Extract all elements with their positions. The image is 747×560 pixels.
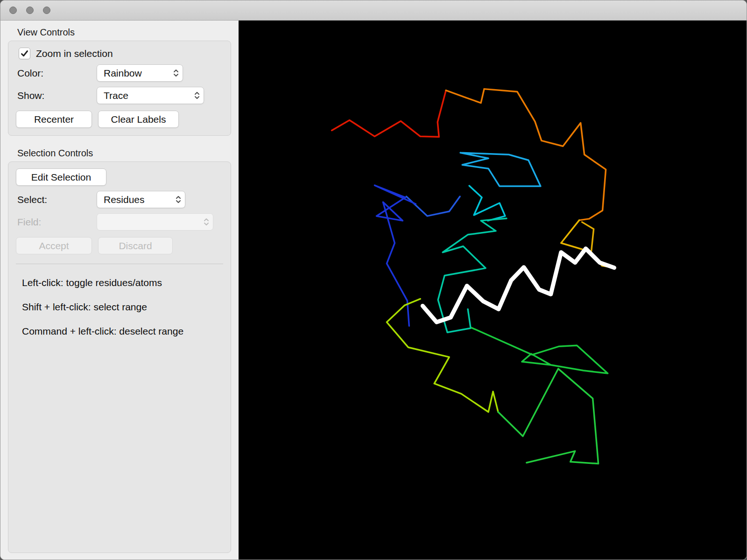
color-dropdown[interactable]: Rainbow xyxy=(97,64,183,82)
select-dropdown[interactable]: Residues xyxy=(97,191,185,208)
recenter-button[interactable]: Recenter xyxy=(16,111,92,128)
red-cterm-trace-segment[interactable] xyxy=(332,91,446,137)
molecule-viewport[interactable] xyxy=(239,21,747,560)
discard-button: Discard xyxy=(98,237,173,254)
show-dropdown[interactable]: Trace xyxy=(97,87,204,104)
show-dropdown-value: Trace xyxy=(104,90,128,101)
selected-residues-trace-segment[interactable] xyxy=(423,249,614,322)
help-line-left-click: Left-click: toggle residues/atoms xyxy=(22,277,231,288)
edit-selection-button[interactable]: Edit Selection xyxy=(16,168,106,186)
edit-selection-row: Edit Selection xyxy=(16,168,231,186)
show-label: Show: xyxy=(17,90,97,101)
zoom-in-selection-checkbox-row[interactable]: Zoom in selection xyxy=(19,48,231,59)
selection-controls-group: Edit Selection Select: Residues Field: xyxy=(8,161,231,553)
chevron-up-down-icon xyxy=(194,91,200,100)
blue-nterm-trace-segment[interactable] xyxy=(374,185,416,326)
zoom-in-selection-label: Zoom in selection xyxy=(36,48,113,59)
select-dropdown-value: Residues xyxy=(104,194,145,205)
accept-button: Accept xyxy=(16,237,92,254)
chevron-up-down-icon xyxy=(173,69,179,77)
zoom-window-button[interactable] xyxy=(43,7,50,14)
chevron-up-down-icon xyxy=(204,217,209,226)
zoom-in-selection-checkbox[interactable] xyxy=(19,48,30,59)
divider xyxy=(16,264,223,264)
selection-controls-title: Selection Controls xyxy=(17,148,239,159)
close-button[interactable] xyxy=(9,7,17,14)
window-titlebar xyxy=(0,0,747,21)
select-row: Select: Residues xyxy=(17,191,231,208)
sidebar: View Controls Zoom in selection Color: R… xyxy=(0,21,239,560)
light-blue-trace-segment[interactable] xyxy=(460,153,541,186)
select-label: Select: xyxy=(17,194,97,205)
gold-fold-trace-segment[interactable] xyxy=(582,222,594,251)
view-buttons-row: Recenter Clear Labels xyxy=(16,111,231,128)
view-controls-group: Zoom in selection Color: Rainbow Show: T… xyxy=(8,41,231,136)
royal-blue-trace-segment[interactable] xyxy=(406,196,460,216)
traffic-lights xyxy=(9,7,50,14)
help-line-command-click: Command + left-click: deselect range xyxy=(22,326,231,337)
app-window: View Controls Zoom in selection Color: R… xyxy=(0,0,747,560)
protein-trace xyxy=(239,21,747,560)
chevron-up-down-icon xyxy=(176,195,181,204)
help-line-shift-click: Shift + left-click: select range xyxy=(22,301,231,313)
color-dropdown-value: Rainbow xyxy=(104,68,142,79)
field-dropdown xyxy=(97,213,213,231)
accept-discard-row: Accept Discard xyxy=(16,237,231,254)
field-row: Field: xyxy=(17,213,231,231)
show-row: Show: Trace xyxy=(17,87,231,104)
view-controls-title: View Controls xyxy=(17,27,239,38)
cyan-trace-segment[interactable] xyxy=(469,186,505,221)
window-content: View Controls Zoom in selection Color: R… xyxy=(0,21,747,560)
green-bottom-loop-trace-segment[interactable] xyxy=(498,369,599,463)
green-mid-loop-trace-segment[interactable] xyxy=(472,328,607,373)
minimize-button[interactable] xyxy=(26,7,34,14)
checkmark-icon xyxy=(20,49,29,58)
color-row: Color: Rainbow xyxy=(17,64,231,82)
field-label: Field: xyxy=(17,217,97,228)
clear-labels-button[interactable]: Clear Labels xyxy=(98,111,179,128)
color-label: Color: xyxy=(17,68,97,79)
teal-trace-segment[interactable] xyxy=(438,218,507,332)
